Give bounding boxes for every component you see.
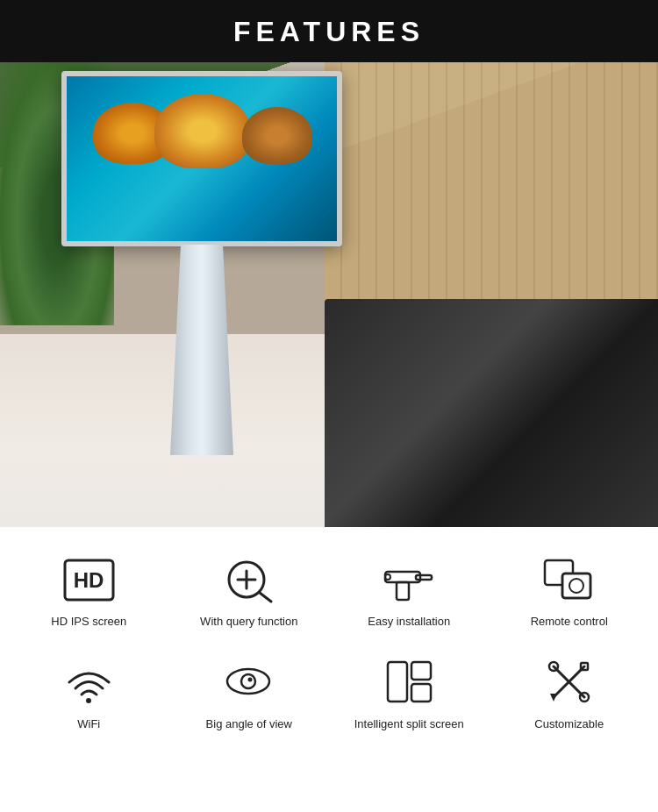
install-label: Easy installation: [368, 615, 450, 630]
svg-rect-19: [411, 662, 431, 680]
view-label: Big angle of view: [206, 717, 292, 732]
feature-view: Big angle of view: [169, 647, 330, 741]
svg-rect-8: [397, 582, 409, 600]
features-section: HD HD IPS screen With query function: [0, 527, 658, 759]
feature-installation: Easy installation: [329, 545, 490, 638]
remote-icon: [539, 553, 600, 606]
hd-label: HD IPS screen: [51, 615, 126, 630]
install-icon: [378, 553, 440, 606]
query-icon: [218, 553, 280, 606]
kiosk-display: [53, 71, 351, 483]
query-label: With query function: [200, 615, 297, 630]
svg-rect-18: [388, 662, 407, 702]
custom-label: Customizable: [534, 717, 604, 732]
hd-icon: HD: [58, 553, 119, 606]
custom-icon: [539, 656, 600, 709]
eye-icon: [218, 656, 280, 709]
svg-text:HD: HD: [73, 568, 104, 592]
svg-line-3: [260, 593, 271, 602]
remote-label: Remote control: [531, 615, 608, 630]
svg-point-15: [227, 669, 269, 694]
svg-point-16: [241, 674, 255, 688]
wifi-icon: [58, 656, 119, 709]
svg-point-9: [385, 574, 390, 580]
feature-query: With query function: [169, 545, 330, 638]
jellyfish-2: [154, 94, 251, 168]
wifi-label: WiFi: [77, 717, 100, 732]
svg-point-14: [86, 698, 91, 703]
svg-rect-7: [416, 575, 432, 580]
svg-point-17: [248, 678, 253, 682]
split-icon: [378, 656, 440, 709]
feature-remote: Remote control: [490, 545, 650, 638]
kiosk-screen: [61, 71, 342, 246]
hero-image: [0, 62, 658, 527]
feature-split: Intelligent split screen: [329, 647, 490, 741]
page-title: FEATURES: [0, 16, 658, 48]
feature-wifi: WiFi: [9, 647, 169, 741]
split-label: Intelligent split screen: [354, 717, 464, 732]
svg-rect-20: [411, 684, 431, 702]
reception-counter: [325, 299, 658, 527]
screen-content: [67, 76, 337, 241]
svg-rect-11: [562, 573, 590, 598]
feature-custom: Customizable: [490, 647, 650, 741]
feature-hd-ips: HD HD IPS screen: [9, 545, 169, 638]
page-header: FEATURES: [0, 0, 658, 62]
jellyfish-3: [242, 107, 312, 164]
svg-marker-26: [550, 694, 557, 702]
kiosk-stand: [167, 245, 237, 455]
